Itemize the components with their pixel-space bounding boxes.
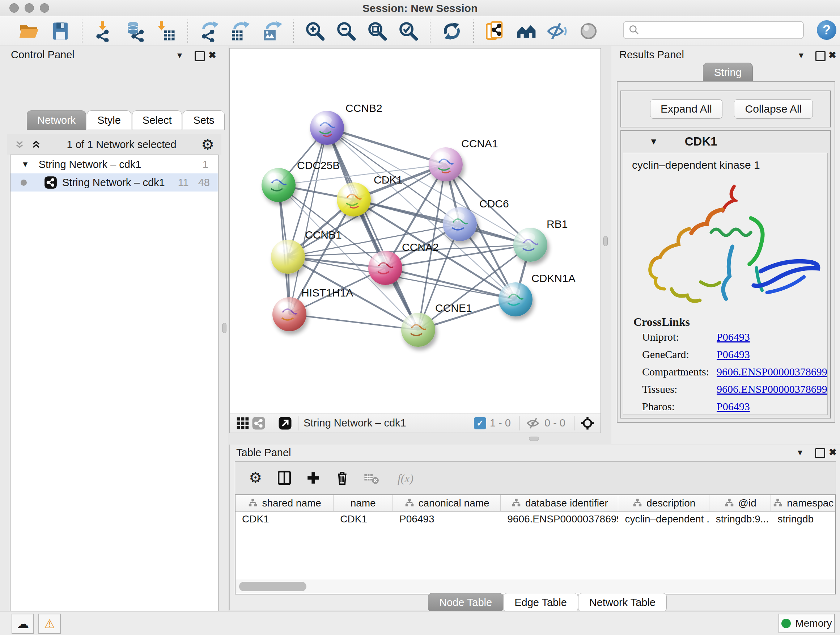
collapse-all-icon[interactable] — [14, 139, 25, 150]
tab-network[interactable]: Network — [27, 111, 86, 130]
results-panel-float-icon[interactable] — [815, 51, 826, 61]
crosslink-value-link[interactable]: P06493 — [717, 401, 750, 413]
warning-icon[interactable]: ⚠ — [38, 614, 61, 634]
birds-eye-view-icon[interactable] — [577, 19, 600, 43]
node-label-cdc25b: CDC25B — [297, 159, 340, 172]
crosslink-value-link[interactable]: P06493 — [717, 348, 750, 361]
save-icon[interactable] — [49, 19, 72, 43]
tab-edge-table[interactable]: Edge Table — [503, 593, 578, 612]
tree-caret-icon[interactable]: ▼ — [21, 160, 29, 169]
column-header-description[interactable]: description — [618, 495, 709, 511]
table-row[interactable]: CDK1CDK1P064939606.ENSP00000378699cyclin… — [235, 511, 835, 527]
search-field[interactable] — [623, 21, 804, 39]
network-node-ccnb2[interactable] — [310, 111, 344, 145]
external-link-icon[interactable] — [277, 415, 293, 431]
node-label-ccne1: CCNE1 — [435, 302, 472, 314]
zoom-out-icon[interactable] — [335, 19, 358, 43]
tab-string[interactable]: String — [703, 63, 753, 82]
splitter-handle-left[interactable] — [222, 323, 226, 333]
split-columns-icon[interactable] — [274, 468, 294, 488]
ndex-import-icon[interactable] — [484, 19, 507, 43]
export-image-icon[interactable] — [260, 19, 283, 43]
birdseye-crosshair-icon[interactable] — [579, 415, 595, 431]
network-node-cdc6[interactable] — [443, 207, 477, 241]
tab-network-table[interactable]: Network Table — [578, 593, 667, 612]
column-header-canonicalname[interactable]: canonical name — [393, 495, 501, 511]
selected-checkbox[interactable]: ✓ — [474, 417, 486, 429]
network-node-rb1[interactable] — [513, 228, 547, 262]
table-toolbar: ⚙f(x) — [235, 461, 836, 494]
column-header-@id[interactable]: @id — [709, 495, 771, 511]
import-table-icon[interactable] — [155, 19, 178, 43]
hide-graphics-details-icon[interactable] — [546, 19, 569, 43]
gear-icon[interactable]: ⚙ — [245, 468, 265, 488]
table-cell: cyclin–dependent ... — [618, 511, 709, 527]
network-name-label: String Network – cdk1 — [62, 177, 165, 188]
tab-sets[interactable]: Sets — [183, 111, 225, 130]
gear-icon[interactable]: ⚙ — [201, 137, 214, 152]
results-panel-menu-icon[interactable]: ▾ — [799, 50, 804, 60]
network-node-ccnb1[interactable] — [271, 240, 305, 274]
expand-all-icon[interactable] — [30, 139, 42, 150]
horizontal-scrollbar[interactable] — [236, 580, 835, 593]
network-node-ccna1[interactable] — [429, 147, 463, 181]
help-button[interactable]: ? — [817, 20, 836, 40]
table-panel-float-icon[interactable] — [815, 448, 825, 458]
network-tree-row[interactable]: String Network – cdk11148 — [11, 173, 218, 192]
zoom-in-icon[interactable] — [303, 19, 327, 43]
splitter-handle-horizontal[interactable] — [529, 437, 539, 441]
network-node-cdk1[interactable] — [337, 182, 371, 217]
network-node-cdkn1a[interactable] — [499, 282, 532, 317]
network-share-icon[interactable] — [251, 415, 267, 431]
network-node-ccne1[interactable] — [401, 313, 435, 347]
gene-details: cyclin–dependent kinase 1 — [623, 153, 828, 415]
gene-description: cyclin–dependent kinase 1 — [632, 159, 827, 171]
crosslink-value-link[interactable]: P06493 — [717, 331, 750, 343]
column-header-databaseidentifier[interactable]: database identifier — [501, 495, 618, 511]
expand-all-button[interactable]: Expand All — [650, 99, 722, 119]
splitter-handle-right[interactable] — [603, 236, 608, 246]
tab-node-table[interactable]: Node Table — [428, 593, 503, 612]
network-node-hist1h1a[interactable] — [272, 297, 306, 331]
grid-view-icon[interactable] — [235, 415, 251, 431]
network-node-ccna2[interactable] — [368, 251, 402, 285]
network-tree-row[interactable]: ▼String Network – cdk11 — [11, 155, 218, 173]
toolbar-separator — [82, 19, 82, 43]
network-view[interactable]: CCNB2CCNA1CDC25BCDK1CDC6RB1CCNB1CCNA2CDK… — [229, 48, 601, 433]
control-panel-float-icon[interactable] — [195, 51, 205, 61]
import-database-icon[interactable] — [123, 19, 147, 43]
zoom-selected-icon[interactable] — [397, 19, 420, 43]
zoom-fit-icon[interactable] — [366, 19, 389, 43]
delete-column-icon[interactable] — [332, 468, 352, 488]
open-folder-icon[interactable] — [18, 19, 41, 43]
table-panel-menu-icon[interactable]: ▾ — [798, 448, 802, 457]
export-table-icon[interactable] — [229, 19, 252, 43]
crosslink-value-link[interactable]: 9606.ENSP00000378699 — [717, 366, 827, 378]
crosslink-label: GeneCard: — [642, 348, 717, 361]
table-cell: 9606.ENSP00000378699 — [501, 511, 618, 527]
scrollbar-thumb[interactable] — [239, 582, 306, 591]
collapse-section-icon[interactable]: ▼ — [649, 136, 658, 147]
column-header-namespac[interactable]: namespac — [771, 495, 835, 511]
collapse-all-button[interactable]: Collapse All — [734, 99, 813, 119]
crosslink-value-link[interactable]: 9606.ENSP00000378699 — [717, 383, 827, 395]
tab-select[interactable]: Select — [132, 111, 182, 130]
memory-status-dot — [782, 619, 791, 628]
column-header-sharedname[interactable]: shared name — [235, 495, 333, 511]
add-column-icon[interactable] — [303, 468, 324, 488]
network-node-cdc25b[interactable] — [262, 168, 295, 202]
control-panel-menu-icon[interactable]: ▾ — [177, 50, 182, 60]
table-panel-close-icon[interactable]: ✖ — [829, 448, 837, 457]
houses-icon[interactable] — [515, 19, 538, 43]
results-panel-close-icon[interactable]: ✖ — [829, 50, 836, 60]
cloud-icon[interactable]: ☁ — [11, 614, 34, 634]
network-nodes: CCNB2CCNA1CDC25BCDK1CDC6RB1CCNB1CCNA2CDK… — [230, 49, 600, 413]
apply-layout-icon[interactable] — [440, 19, 463, 43]
memory-button[interactable]: Memory — [778, 614, 835, 633]
import-network-icon[interactable] — [92, 19, 115, 43]
hidden-eye-slash-icon — [525, 415, 541, 431]
export-network-icon[interactable] — [198, 19, 221, 43]
tab-style[interactable]: Style — [87, 111, 131, 130]
column-header-name[interactable]: name — [333, 495, 393, 511]
control-panel-close-icon[interactable]: ✖ — [208, 50, 216, 60]
